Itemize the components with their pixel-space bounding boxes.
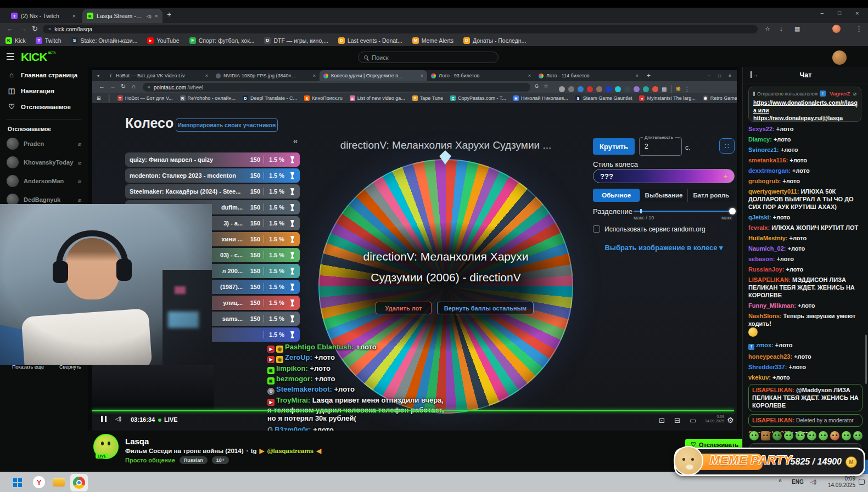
yandex-browser-icon[interactable]: Y — [32, 475, 46, 489]
chat-username[interactable]: HuilaMestniy — [748, 235, 789, 241]
bookmark-youtube[interactable]: ▶YouTube — [147, 37, 179, 44]
chat-emote-icon[interactable] — [842, 431, 851, 440]
tray-expand-icon[interactable]: ^ — [779, 479, 782, 485]
bookmark-star-icon[interactable]: ☆ — [765, 23, 770, 35]
windows-start-button[interactable] — [12, 475, 26, 489]
lot-row[interactable]: Steelmaker: Каскадёры (2024) - Stee...15… — [125, 184, 300, 199]
tab-audio-icon[interactable]: ◁) — [147, 14, 152, 19]
bookmark-sport[interactable]: FСпорт: футбол, хок... — [189, 37, 255, 44]
sidebar-item-navigation[interactable]: ◫Навигация — [0, 83, 88, 99]
chat-username[interactable]: zmox — [756, 342, 775, 348]
sidebar-item-following[interactable]: ♡Отслеживаемое — [0, 99, 88, 115]
chat-username[interactable]: fevralx — [748, 224, 771, 231]
close-tab-icon[interactable]: × — [155, 13, 158, 19]
new-tab-button[interactable]: + — [167, 10, 171, 19]
chat-emote-icon[interactable] — [807, 431, 816, 440]
menu-kebab-icon[interactable]: ⋮ — [855, 23, 863, 35]
spin-button[interactable]: Крутить — [593, 138, 635, 155]
choose-wheel-image-link[interactable]: Выбрать изображение в колесе ▾ — [593, 244, 735, 252]
chat-username[interactable]: Svinorez1 — [748, 146, 781, 153]
chat-emote-icon[interactable] — [761, 431, 770, 440]
volume-icon[interactable]: ◁) — [115, 416, 121, 422]
sidebar-channel-praden[interactable]: Praden⌀ — [0, 134, 88, 153]
chat-messages[interactable]: Sexys22+лото Diamcy+лото Svinorez1+лото … — [748, 125, 863, 433]
chat-username[interactable]: grubogrub — [748, 178, 782, 184]
chat-emote-icon[interactable] — [796, 431, 805, 440]
file-explorer-icon[interactable] — [52, 475, 66, 489]
channel-name[interactable]: Lasqa — [125, 437, 149, 446]
chat-username[interactable]: qwertyqwerty011 — [748, 188, 800, 195]
settings-gear-icon[interactable]: ⚙ — [727, 416, 734, 425]
download-icon[interactable]: ↓ — [780, 23, 783, 35]
close-tab-icon[interactable]: × — [72, 13, 76, 19]
wheel-style-input[interactable]: ??? + — [593, 169, 735, 183]
sidebar-channel-khovansky[interactable]: KhovanskyToday⌀ — [0, 153, 88, 172]
chat-username[interactable]: RussianJoy — [748, 266, 786, 273]
window-maximize-button[interactable]: □ — [838, 10, 841, 16]
hamburger-menu-icon[interactable] — [7, 53, 14, 54]
reload-icon[interactable]: ↻ — [32, 23, 38, 35]
pinned-message[interactable]: Отправлено пользователем † VagnerZ ⌀ htt… — [748, 87, 861, 122]
address-bar[interactable]: ≡ kick.com/lasqa — [43, 25, 758, 33]
chat-emote-icon[interactable] — [772, 431, 782, 440]
language-indicator[interactable]: ENG — [792, 479, 804, 485]
lot-row[interactable]: quizy: Финал марвел - quizy1501.5 % — [125, 152, 300, 167]
chat-username[interactable]: smetanka116 — [748, 157, 789, 163]
category-link[interactable]: Просто общение — [125, 457, 175, 463]
bookmark-last-events[interactable]: DLast events - Donat... — [338, 37, 402, 44]
return-points-button[interactable]: Вернуть баллы остальным — [437, 302, 534, 314]
forward-icon[interactable]: → — [20, 23, 27, 35]
chat-username[interactable]: LISAPELIKAN — [752, 387, 796, 393]
pip-icon[interactable]: ⊡ — [659, 416, 665, 425]
tab-normal[interactable]: Обычное — [593, 189, 640, 202]
show-more-button[interactable]: Показать еще — [12, 364, 44, 370]
monkey-emote-icon[interactable] — [748, 327, 758, 337]
player-progress-bar[interactable] — [92, 410, 734, 411]
import-participants-button[interactable]: Импортировать своих участников — [176, 118, 278, 132]
sidebar-item-home[interactable]: ⌂Главная страница — [0, 67, 88, 83]
theater-mode-icon[interactable]: ▭ — [690, 416, 696, 425]
chat-emote-icon[interactable] — [819, 431, 828, 440]
kick-logo[interactable]: KICK — [21, 50, 47, 64]
tab-elimination[interactable]: Выбывание — [640, 189, 687, 202]
duration-field[interactable]: Длительность 2 — [639, 137, 682, 156]
chat-username[interactable]: Naumich_02 — [748, 245, 788, 252]
dice-randomize-button[interactable]: ∷ — [719, 138, 735, 154]
lot-row[interactable]: mcdenton: Сталкер 2023 - mcdenton1501.5 … — [125, 168, 300, 183]
delete-lot-button[interactable]: Удалить лот — [376, 302, 432, 314]
collapse-button[interactable]: Свернуть — [59, 364, 81, 370]
bookmark-dtf[interactable]: DDTF — игры, кино,... — [264, 37, 328, 44]
chat-username[interactable]: Diamcy — [748, 136, 774, 143]
random-org-checkbox[interactable] — [593, 225, 600, 233]
chevron-down-icon[interactable]: ▾ — [855, 104, 858, 109]
chat-username[interactable]: Sexys22 — [748, 126, 776, 132]
chat-username[interactable]: Funny_Milkman — [748, 302, 798, 309]
browser-tab-kick[interactable]: K Lasqa Stream - Watch Live ◁) × — [82, 9, 163, 23]
back-icon[interactable]: ← — [7, 23, 14, 35]
bookmark-stake[interactable]: SStake: Онлайн-кази... — [71, 37, 138, 44]
emote-quick-row[interactable] — [749, 431, 863, 440]
chat-emote-icon[interactable] — [853, 431, 863, 440]
webcam-overlay[interactable] — [0, 204, 212, 365]
chat-emote-icon[interactable] — [784, 431, 793, 440]
tune-icon[interactable]: ≡ — [48, 26, 51, 32]
window-close-button[interactable]: × — [855, 10, 859, 16]
chat-username[interactable]: honeypeach23 — [748, 353, 794, 360]
profile-avatar[interactable] — [832, 25, 841, 33]
chat-username[interactable]: qJetski — [748, 214, 773, 220]
chat-username[interactable]: Shredder337 — [748, 364, 788, 370]
bookmark-kick[interactable]: KKick — [5, 37, 26, 44]
tab-battle-royale[interactable]: Батл рояль — [687, 189, 735, 202]
slider-thumb[interactable] — [729, 208, 736, 214]
chat-emote-icon[interactable] — [830, 431, 839, 440]
chat-username[interactable]: LISAPELIKAN — [752, 417, 796, 423]
bookmark-twitch[interactable]: TTwitch — [36, 37, 61, 44]
chat-scrollbar[interactable] — [865, 335, 867, 384]
add-style-icon[interactable]: + — [723, 172, 727, 180]
chat-username[interactable]: sebason — [748, 256, 776, 262]
window-minimize-button[interactable]: − — [820, 10, 824, 16]
sidebar-panel-icon[interactable]: ▦ — [794, 23, 800, 35]
browser-tab-twitch[interactable]: T (2) Nix - Twitch × — [7, 9, 80, 23]
chrome-taskbar-active[interactable] — [70, 474, 88, 491]
split-slider[interactable] — [634, 211, 733, 212]
